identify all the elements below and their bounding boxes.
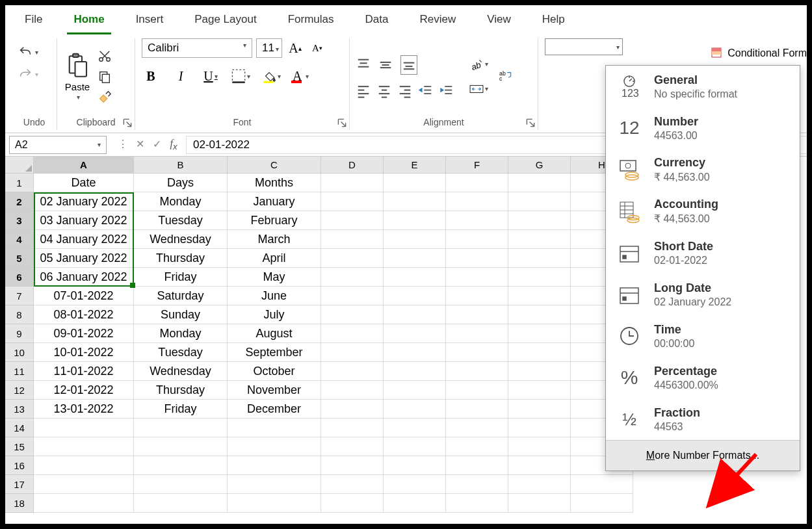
cell-D6[interactable]: [321, 268, 384, 287]
cell-D13[interactable]: [321, 400, 384, 419]
cell-D2[interactable]: [321, 192, 384, 211]
row-header-17[interactable]: 17: [5, 475, 34, 494]
row-header-18[interactable]: 18: [5, 494, 34, 513]
cell-D15[interactable]: [321, 437, 384, 456]
cell-A15[interactable]: [34, 437, 134, 456]
row-header-11[interactable]: 11: [5, 362, 34, 381]
cell-G8[interactable]: [508, 305, 571, 324]
cell-C10[interactable]: September: [228, 343, 321, 362]
undo-button[interactable]: ▾: [18, 45, 50, 59]
cell-B5[interactable]: Thursday: [134, 249, 228, 268]
cell-G4[interactable]: [508, 230, 571, 249]
cell-A16[interactable]: [34, 456, 134, 475]
clipboard-dialog-launcher-icon[interactable]: [123, 118, 132, 127]
cell-F6[interactable]: [446, 268, 508, 287]
col-header-F[interactable]: F: [446, 157, 508, 174]
cell-G2[interactable]: [508, 192, 571, 211]
cell-F14[interactable]: [446, 419, 508, 437]
orientation-button[interactable]: ab▾: [469, 57, 488, 71]
cell-D12[interactable]: [321, 381, 384, 400]
cell-G3[interactable]: [508, 211, 571, 230]
cell-G9[interactable]: [508, 324, 571, 343]
cell-C13[interactable]: December: [228, 400, 321, 419]
cell-C18[interactable]: [228, 494, 321, 513]
cell-A5[interactable]: 05 January 2022: [34, 249, 134, 268]
cell-E17[interactable]: [384, 475, 446, 494]
cell-A18[interactable]: [34, 494, 134, 513]
cell-D17[interactable]: [321, 475, 384, 494]
formula-options-icon[interactable]: ⋮: [116, 138, 130, 151]
row-header-1[interactable]: 1: [5, 174, 34, 192]
borders-button[interactable]: ▾: [231, 69, 250, 83]
more-number-formats-button[interactable]: More Number Formats...: [606, 440, 800, 471]
fx-icon[interactable]: fx: [166, 138, 181, 151]
cell-E4[interactable]: [384, 230, 446, 249]
cell-E18[interactable]: [384, 494, 446, 513]
cell-F16[interactable]: [446, 456, 508, 475]
cell-G7[interactable]: [508, 287, 571, 305]
cell-E11[interactable]: [384, 362, 446, 381]
menu-help[interactable]: Help: [536, 9, 571, 34]
format-option-percentage[interactable]: %Percentage4456300.00%: [606, 357, 800, 398]
menu-insert[interactable]: Insert: [129, 9, 170, 34]
cell-A12[interactable]: 12-01-2022: [34, 381, 134, 400]
cell-F10[interactable]: [446, 343, 508, 362]
cell-B18[interactable]: [134, 494, 228, 513]
cell-G5[interactable]: [508, 249, 571, 268]
name-box[interactable]: A2 ▾: [9, 136, 107, 154]
cell-C15[interactable]: [228, 437, 321, 456]
cell-E16[interactable]: [384, 456, 446, 475]
cell-G12[interactable]: [508, 381, 571, 400]
cell-E1[interactable]: [384, 174, 446, 192]
cell-B1[interactable]: Days: [134, 174, 228, 192]
cell-E13[interactable]: [384, 400, 446, 419]
cell-F18[interactable]: [446, 494, 508, 513]
row-header-13[interactable]: 13: [5, 400, 34, 419]
cell-C6[interactable]: May: [228, 268, 321, 287]
row-header-5[interactable]: 5: [5, 249, 34, 268]
align-right-icon[interactable]: [398, 84, 412, 98]
format-painter-icon[interactable]: [98, 90, 112, 105]
cell-C5[interactable]: April: [228, 249, 321, 268]
cell-D18[interactable]: [321, 494, 384, 513]
cell-G18[interactable]: [508, 494, 571, 513]
cell-F2[interactable]: [446, 192, 508, 211]
menu-file[interactable]: File: [18, 9, 49, 34]
underline-button[interactable]: U▾: [202, 67, 220, 85]
alignment-dialog-launcher-icon[interactable]: [526, 118, 535, 127]
italic-button[interactable]: I: [172, 67, 190, 85]
cell-D1[interactable]: [321, 174, 384, 192]
cell-A2[interactable]: 02 January 2022: [34, 192, 134, 211]
cell-E12[interactable]: [384, 381, 446, 400]
cell-D5[interactable]: [321, 249, 384, 268]
cell-B14[interactable]: [134, 419, 228, 437]
menu-page-layout[interactable]: Page Layout: [188, 9, 263, 34]
cell-G16[interactable]: [508, 456, 571, 475]
cell-G1[interactable]: [508, 174, 571, 192]
increase-font-button[interactable]: A▴: [286, 39, 304, 57]
cell-G14[interactable]: [508, 419, 571, 437]
copy-icon[interactable]: [98, 70, 112, 84]
cell-A9[interactable]: 09-01-2022: [34, 324, 134, 343]
cell-E8[interactable]: [384, 305, 446, 324]
cell-B10[interactable]: Tuesday: [134, 343, 228, 362]
font-name-select[interactable]: Calibri▾: [142, 38, 252, 58]
increase-indent-icon[interactable]: [439, 84, 454, 98]
cell-G10[interactable]: [508, 343, 571, 362]
cell-F1[interactable]: [446, 174, 508, 192]
cell-C3[interactable]: February: [228, 211, 321, 230]
cell-A11[interactable]: 11-01-2022: [34, 362, 134, 381]
cell-C11[interactable]: October: [228, 362, 321, 381]
cell-E15[interactable]: [384, 437, 446, 456]
format-option-accounting[interactable]: Accounting₹ 44,563.00: [606, 190, 800, 232]
col-header-A[interactable]: A: [34, 157, 134, 174]
cell-E14[interactable]: [384, 419, 446, 437]
cell-B16[interactable]: [134, 456, 228, 475]
cell-A17[interactable]: [34, 475, 134, 494]
col-header-E[interactable]: E: [384, 157, 446, 174]
cell-C7[interactable]: June: [228, 287, 321, 305]
cell-A3[interactable]: 03 January 2022: [34, 211, 134, 230]
col-header-B[interactable]: B: [134, 157, 228, 174]
format-option-currency[interactable]: Currency₹ 44,563.00: [606, 149, 800, 190]
cell-F5[interactable]: [446, 249, 508, 268]
